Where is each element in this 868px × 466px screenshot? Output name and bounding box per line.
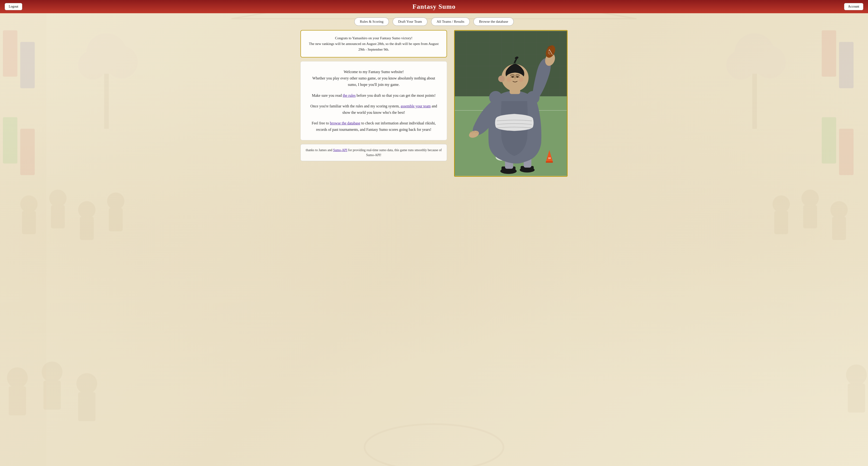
welcome-intro-text: Welcome to my Fantasy Sumo website! [344,70,404,74]
svg-rect-19 [9,386,26,415]
svg-rect-61 [546,161,553,163]
svg-rect-25 [774,211,788,234]
svg-point-83 [519,77,524,82]
svg-point-20 [41,361,62,382]
svg-point-26 [801,190,818,207]
svg-rect-7 [839,42,854,88]
svg-rect-23 [78,392,95,421]
svg-point-39 [753,46,786,78]
welcome-rules-pre: Make sure you read [312,93,343,97]
svg-point-18 [7,367,28,388]
welcome-team-para: Once you're familiar with the rules and … [309,103,438,116]
svg-rect-3 [20,42,35,88]
svg-point-14 [78,201,95,219]
svg-rect-21 [43,381,61,409]
rules-link[interactable]: the rules [343,93,356,97]
svg-rect-6 [822,30,836,77]
svg-rect-31 [848,383,865,412]
svg-rect-2 [3,30,17,77]
nav-all-teams[interactable]: All Teams / Results [431,18,470,26]
svg-point-16 [107,193,124,210]
svg-point-34 [78,51,107,80]
welcome-team-pre: Once you're familiar with the rules and … [310,104,401,108]
svg-rect-11 [22,211,36,234]
left-column: Congrats to Yamashiro on your Fantasy Su… [301,30,447,161]
svg-point-30 [846,365,867,385]
svg-point-82 [506,77,511,82]
account-button[interactable]: Account [844,3,863,10]
svg-point-38 [726,51,755,80]
welcome-rules-post: before you draft so that you can get the… [356,93,436,97]
svg-rect-27 [803,205,817,228]
welcome-db-para: Feel free to browse the database to chec… [309,120,438,133]
nav-rules-scoring[interactable]: Rules & Scoring [354,18,389,26]
svg-rect-13 [51,205,65,228]
welcome-box: Welcome to my Fantasy Sumo website! Whet… [301,61,447,140]
welcome-db-pre: Feel free to [312,121,330,125]
main-content: Congrats to Yamashiro on your Fantasy Su… [269,30,599,186]
sumo-image: 10 [454,30,567,177]
svg-point-12 [49,190,66,207]
announcement-line1: Congrats to Yamashiro on your Fantasy Su… [308,35,439,41]
svg-point-86 [526,91,539,104]
attribution-box: thanks to James and Sumo-API for providi… [301,144,447,161]
announcement-line2: The new rankings will be announced on Au… [308,41,439,52]
svg-rect-4 [3,117,17,164]
nav-browse-db[interactable]: Browse the database [473,18,514,26]
svg-rect-5 [20,129,35,175]
welcome-intro: Welcome to my Fantasy Sumo website! Whet… [309,68,438,88]
svg-rect-15 [80,217,94,240]
svg-point-28 [830,201,848,219]
navigation: Rules & Scoring Draft Your Team All Team… [0,13,868,30]
welcome-rules-para: Make sure you read the rules before you … [309,92,438,99]
right-column: 10 [454,30,567,177]
svg-text:10: 10 [548,156,551,159]
svg-rect-8 [822,117,836,164]
svg-point-24 [773,195,790,213]
svg-rect-29 [832,217,846,240]
logout-button[interactable]: Logout [5,3,22,10]
svg-point-85 [489,91,502,104]
announcement-box: Congrats to Yamashiro on your Fantasy Su… [301,30,447,57]
svg-point-10 [20,195,38,213]
attribution-pre: thanks to James and [306,148,333,152]
svg-point-35 [105,46,138,78]
header: Logout Fantasy Sumo Account [0,0,868,13]
svg-point-81 [517,76,518,78]
sumo-api-link[interactable]: Sumo-API [333,148,347,152]
assemble-team-link[interactable]: assemble your team [401,104,431,108]
svg-rect-9 [839,129,854,175]
svg-point-80 [512,76,514,78]
svg-rect-17 [109,208,123,231]
nav-draft-team[interactable]: Draft Your Team [393,18,427,26]
welcome-intro2-text: Whether you play every other sumo game, … [312,76,435,87]
page-title: Fantasy Sumo [412,3,456,10]
attribution-post: for providing real-time sumo data, this … [347,148,442,157]
svg-point-84 [498,76,505,82]
svg-point-22 [76,373,97,394]
browse-db-link[interactable]: browse the database [330,121,360,125]
